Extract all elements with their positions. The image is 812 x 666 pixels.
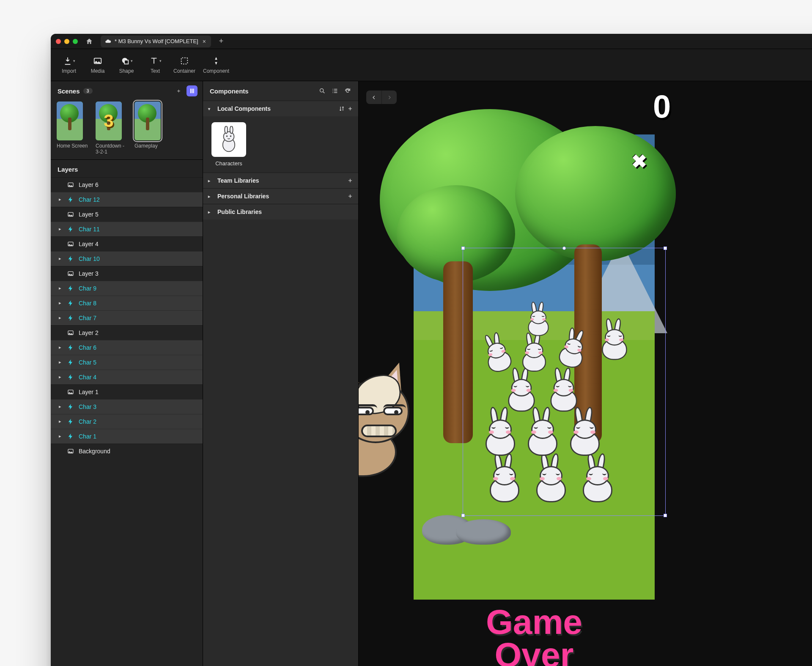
bunny-character[interactable] xyxy=(579,460,617,507)
plus-icon[interactable] xyxy=(347,178,353,184)
personal-libraries-header[interactable]: ▸ Personal Libraries xyxy=(203,189,358,204)
chevron-right-icon: ▸ xyxy=(58,285,63,291)
public-libraries-header[interactable]: ▸ Public Libraries xyxy=(203,204,358,219)
toolbar-media[interactable]: Media xyxy=(87,56,108,74)
chevron-right-icon: ▸ xyxy=(208,210,213,214)
canvas-forward-button[interactable] xyxy=(381,90,397,104)
bunny-character[interactable] xyxy=(598,324,631,364)
selection-handle[interactable] xyxy=(664,514,667,517)
layer-row[interactable]: ▸Char 8 xyxy=(51,296,203,310)
toolbar-shape[interactable]: ▾ Shape xyxy=(116,56,137,74)
components-refresh-button[interactable] xyxy=(342,85,353,96)
layer-row[interactable]: ▸Char 11 xyxy=(51,222,203,236)
layer-row[interactable]: ▸Char 4 xyxy=(51,370,203,384)
scene-thumbnail[interactable]: Gameplay xyxy=(134,101,167,155)
bunny-character[interactable] xyxy=(505,374,539,416)
bunny-character[interactable] xyxy=(486,460,524,507)
canvas[interactable]: 0 Gameplay ✖ L N xyxy=(359,81,812,666)
component-card-label: Characters xyxy=(215,160,242,167)
bolt-icon xyxy=(67,285,74,292)
bolt-icon xyxy=(67,196,74,203)
bunny-icon xyxy=(217,126,240,153)
wolf-character[interactable] xyxy=(359,371,418,490)
plus-icon[interactable] xyxy=(347,193,353,199)
game-over-text: Game Over xyxy=(486,606,582,666)
bunny-character[interactable] xyxy=(532,460,570,507)
bunny-character[interactable] xyxy=(566,414,604,460)
device-frame[interactable]: ✖ L N xyxy=(414,134,655,600)
components-search-button[interactable] xyxy=(317,85,328,96)
sort-icon[interactable] xyxy=(339,106,345,112)
scene-view-toggle[interactable] xyxy=(187,85,198,96)
scene-rocks xyxy=(422,515,515,545)
layer-name: Char 5 xyxy=(79,359,198,366)
import-icon xyxy=(63,56,72,66)
bunny-character[interactable] xyxy=(525,307,552,339)
bunny-character[interactable] xyxy=(481,414,519,460)
layer-row[interactable]: ▸Background xyxy=(51,444,203,458)
svg-rect-4 xyxy=(190,89,191,93)
layer-row[interactable]: ▸Layer 2 xyxy=(51,325,203,340)
layer-row[interactable]: ▸Char 12 xyxy=(51,192,203,207)
score-display: 0 xyxy=(653,88,671,125)
layer-row[interactable]: ▸Char 7 xyxy=(51,310,203,325)
components-list-view-button[interactable] xyxy=(329,85,340,96)
arrow-right-icon xyxy=(386,94,392,101)
layers-list[interactable]: ▸Layer 6▸Char 12▸Layer 5▸Char 11▸Layer 4… xyxy=(51,177,203,666)
layer-row[interactable]: ▸Char 1 xyxy=(51,429,203,444)
close-game-button[interactable]: ✖ xyxy=(631,151,647,172)
layer-row[interactable]: ▸Char 6 xyxy=(51,340,203,355)
plus-icon[interactable] xyxy=(347,106,353,112)
layer-row[interactable]: ▸Layer 1 xyxy=(51,384,203,399)
team-libraries-header[interactable]: ▸ Team Libraries xyxy=(203,173,358,188)
bunny-character[interactable] xyxy=(519,338,549,375)
add-scene-button[interactable]: ＋ xyxy=(173,85,184,96)
window-zoom-button[interactable] xyxy=(73,39,78,44)
layer-row[interactable]: ▸Char 2 xyxy=(51,414,203,429)
toolbar-import[interactable]: ▾ Import xyxy=(58,56,80,74)
layer-row[interactable]: ▸Layer 6 xyxy=(51,177,203,192)
toolbar-component[interactable]: Component xyxy=(203,56,229,74)
toolbar-container[interactable]: Container xyxy=(173,56,195,74)
scene-tree-canopy xyxy=(515,126,676,261)
layer-row[interactable]: ▸Layer 4 xyxy=(51,236,203,251)
chevron-right-icon: ▸ xyxy=(58,197,63,202)
scenes-count: 3 xyxy=(83,88,93,94)
scenes-panel-header: Scenes 3 ＋ xyxy=(51,81,203,99)
left-panel: Scenes 3 ＋ Home Screen3Countdown - 3-2-1… xyxy=(51,81,203,666)
layer-name: Background xyxy=(79,448,198,455)
layer-row[interactable]: ▸Char 5 xyxy=(51,355,203,370)
window-minimize-button[interactable] xyxy=(64,39,69,44)
new-tab-button[interactable]: + xyxy=(215,36,227,47)
local-components-body: Characters xyxy=(203,116,358,173)
bunny-character[interactable] xyxy=(547,374,581,416)
bolt-icon xyxy=(67,225,74,233)
toolbar-media-label: Media xyxy=(91,68,105,74)
scenes-strip: Home Screen3Countdown - 3-2-1Gameplay xyxy=(51,99,203,159)
toolbar-text[interactable]: ▾ Text xyxy=(145,56,166,74)
home-icon[interactable] xyxy=(85,38,93,45)
image-icon xyxy=(67,447,74,455)
layer-row[interactable]: ▸Char 10 xyxy=(51,251,203,266)
local-components-header[interactable]: ▾ Local Components xyxy=(203,101,358,116)
tab-close-button[interactable]: × xyxy=(202,38,207,44)
components-title: Components xyxy=(210,88,249,95)
cloud-icon xyxy=(105,38,111,44)
layer-row[interactable]: ▸Layer 3 xyxy=(51,266,203,281)
scene-thumbnail[interactable]: 3Countdown - 3-2-1 xyxy=(96,101,129,155)
bolt-icon xyxy=(67,344,74,351)
component-card-characters[interactable]: Characters xyxy=(210,122,248,167)
bolt-icon xyxy=(67,373,74,381)
selection-handle[interactable] xyxy=(664,247,667,250)
layer-row[interactable]: ▸Char 3 xyxy=(51,399,203,414)
canvas-back-button[interactable] xyxy=(366,90,381,104)
document-tab[interactable]: * M3 Bunny Vs Wolf [COMPLETE] × xyxy=(101,36,211,47)
bunny-character[interactable] xyxy=(524,414,562,460)
bolt-icon xyxy=(67,418,74,425)
window-close-button[interactable] xyxy=(56,39,61,44)
chevron-right-icon: ▸ xyxy=(58,359,63,365)
scene-thumbnail[interactable]: Home Screen xyxy=(57,101,90,155)
layer-row[interactable]: ▸Layer 5 xyxy=(51,207,203,222)
layer-row[interactable]: ▸Char 9 xyxy=(51,281,203,296)
layer-name: Char 3 xyxy=(79,403,198,410)
